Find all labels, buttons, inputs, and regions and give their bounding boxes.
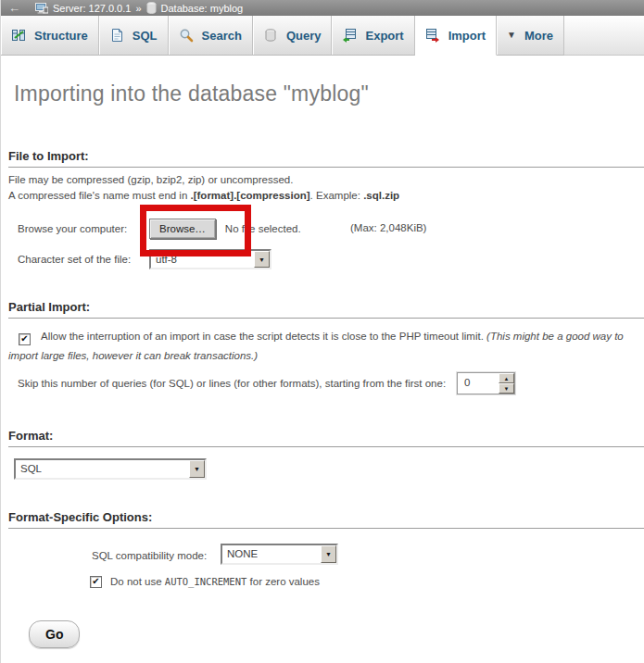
help-line2-prefix: A compressed file's name must end in: [8, 190, 191, 201]
tab-sql[interactable]: SQL: [99, 16, 169, 56]
section-title-format: Format:: [8, 429, 644, 447]
skip-number-input[interactable]: 0 ▲ ▼: [457, 372, 515, 394]
go-button[interactable]: Go: [29, 620, 80, 648]
breadcrumb-server[interactable]: Server: 127.0.0.1: [35, 2, 131, 14]
tab-export[interactable]: Export: [332, 16, 414, 56]
tab-label: Import: [448, 29, 486, 43]
tab-search[interactable]: Search: [169, 16, 253, 56]
auto-increment-row: ✔ Do not use AUTO_INCREMENT for zero val…: [90, 574, 320, 589]
section-title-format-specific-options: Format-Specific Options:: [8, 510, 644, 529]
search-icon: [179, 28, 194, 43]
tab-bar-filler: [564, 16, 644, 56]
interrupt-option: ✔Allow the interruption of an import in …: [8, 327, 635, 366]
tab-label: Structure: [34, 29, 88, 43]
interrupt-checkbox[interactable]: ✔: [19, 333, 31, 345]
query-icon: [263, 28, 278, 43]
breadcrumb: ← Server: 127.0.0.1 » Database: myblog: [1, 0, 644, 16]
compat-select[interactable]: NONE ▼: [221, 544, 338, 565]
spinner-buttons: ▲ ▼: [499, 373, 514, 394]
charset-row: Character set of the file: utf-8 ▼: [18, 249, 271, 269]
back-arrow-icon[interactable]: ←: [8, 2, 20, 14]
section-title-file-to-import: File to Import:: [8, 149, 644, 168]
structure-icon: [11, 28, 26, 43]
auto-increment-label-suffix: for zero values: [246, 576, 320, 587]
browse-label: Browse your computer:: [18, 223, 149, 234]
section-title-partial-import: Partial Import:: [8, 300, 644, 319]
format-selected-value: SQL: [16, 460, 42, 478]
sql-compatibility-row: SQL compatibility mode: NONE ▼: [92, 544, 338, 565]
help-format-pattern: .[format].[compression]: [191, 190, 310, 201]
skip-queries-row: Skip this number of queries (for SQL) or…: [18, 372, 515, 394]
tab-import[interactable]: Import: [415, 16, 497, 56]
interrupt-label: Allow the interruption of an import in c…: [41, 331, 484, 342]
breadcrumb-separator: »: [135, 3, 141, 14]
tab-label: Export: [365, 29, 403, 43]
format-select[interactable]: SQL ▼: [14, 458, 207, 480]
tab-query[interactable]: Query: [253, 16, 333, 56]
skip-value: 0: [458, 373, 499, 394]
tab-label: More: [524, 29, 553, 43]
auto-increment-checkbox[interactable]: ✔: [90, 576, 102, 588]
tab-more[interactable]: ▼ More: [497, 16, 564, 56]
database-icon: [146, 2, 157, 14]
file-import-help-text: File may be compressed (gzip, bzip2, zip…: [8, 172, 399, 204]
tab-label: Search: [202, 29, 242, 43]
auto-increment-label-prefix: Do not use: [110, 576, 165, 587]
max-size-note: (Max: 2,048KiB): [350, 222, 426, 233]
tab-structure[interactable]: Structure: [1, 16, 99, 56]
charset-selected-value: utf-8: [151, 251, 177, 268]
no-file-selected-text: No file selected.: [225, 223, 301, 234]
auto-increment-code: AUTO_INCREMENT: [165, 576, 247, 587]
phpmyadmin-import-page: ← Server: 127.0.0.1 » Database: myblog S…: [0, 0, 644, 663]
sql-icon: [109, 28, 124, 43]
breadcrumb-server-label: Server: 127.0.0.1: [53, 3, 131, 14]
select-arrow-icon[interactable]: ▼: [321, 545, 336, 563]
charset-select[interactable]: utf-8 ▼: [149, 249, 271, 269]
compat-label: SQL compatibility mode:: [92, 547, 221, 561]
chevron-down-icon: ▼: [507, 31, 516, 40]
charset-label: Character set of the file:: [18, 254, 149, 265]
help-line1: File may be compressed (gzip, bzip2, zip…: [8, 174, 293, 185]
page-title: Importing into the database "myblog": [14, 81, 369, 106]
tab-label: Query: [286, 29, 322, 43]
select-arrow-icon[interactable]: ▼: [189, 460, 205, 478]
tab-label: SQL: [133, 29, 158, 43]
skip-label: Skip this number of queries (for SQL) or…: [18, 378, 446, 389]
compat-selected-value: NONE: [222, 545, 258, 563]
breadcrumb-database[interactable]: Database: myblog: [146, 2, 244, 14]
auto-increment-label: Do not use AUTO_INCREMENT for zero value…: [110, 576, 320, 587]
help-example: .sql.zip: [363, 190, 399, 201]
browse-row: Browse your computer: Browse… No file se…: [18, 216, 301, 242]
import-icon: [425, 28, 440, 43]
spin-up-button[interactable]: ▲: [499, 373, 514, 383]
breadcrumb-database-label: Database: myblog: [161, 3, 244, 14]
browse-button[interactable]: Browse…: [149, 219, 216, 239]
server-icon: [35, 2, 48, 14]
select-arrow-icon[interactable]: ▼: [254, 251, 270, 268]
spin-down-button[interactable]: ▼: [499, 383, 514, 394]
help-line2-mid: . Example:: [310, 190, 364, 201]
export-icon: [342, 28, 357, 43]
tab-bar: Structure SQL Search Query Export: [1, 16, 644, 56]
